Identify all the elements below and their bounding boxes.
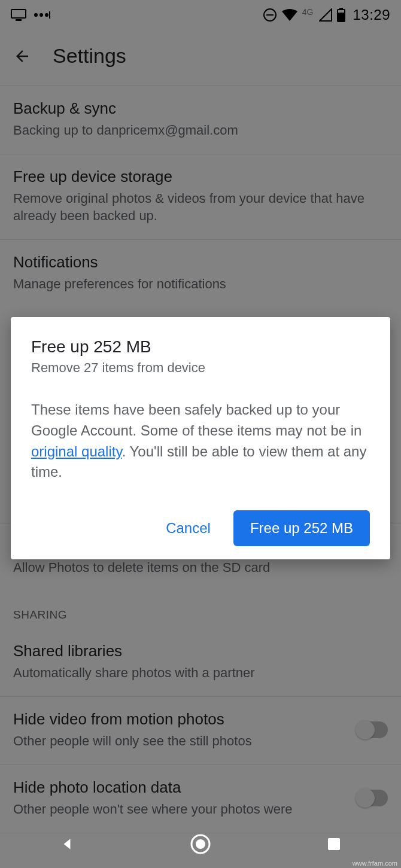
nav-back-button[interactable]	[55, 832, 79, 856]
original-quality-link[interactable]: original quality	[31, 443, 122, 459]
dialog-actions: Cancel Free up 252 MB	[31, 510, 370, 546]
dialog-title: Free up 252 MB	[31, 337, 370, 357]
screen: 4G 13:29 Settings Backup & sync Backing …	[0, 0, 401, 868]
nav-recent-button[interactable]	[322, 832, 346, 856]
confirm-free-up-button[interactable]: Free up 252 MB	[233, 510, 370, 546]
svg-rect-13	[328, 838, 340, 850]
svg-point-12	[196, 839, 205, 849]
free-up-dialog: Free up 252 MB Remove 27 items from devi…	[11, 317, 390, 559]
cancel-button[interactable]: Cancel	[157, 514, 219, 543]
nav-home-button[interactable]	[189, 832, 212, 856]
watermark: www.frfam.com	[353, 860, 397, 867]
system-nav-bar	[0, 820, 401, 868]
dialog-subtitle: Remove 27 items from device	[31, 360, 370, 376]
dialog-body-text: These items have been safely backed up t…	[31, 401, 361, 438]
dialog-body: These items have been safely backed up t…	[31, 400, 370, 483]
